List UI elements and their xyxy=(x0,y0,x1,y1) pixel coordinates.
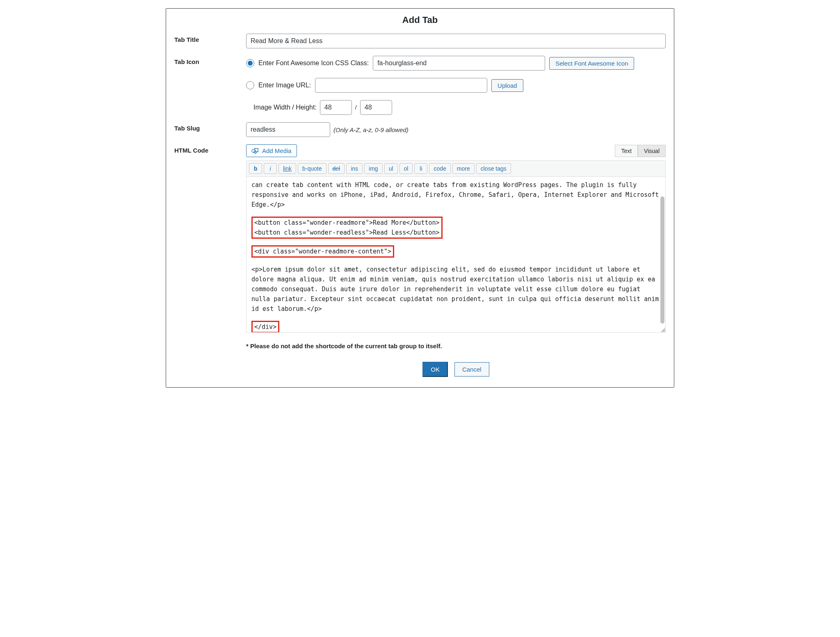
html-code-label: HTML Code xyxy=(174,144,246,154)
code-line: can create tab content with HTML code, o… xyxy=(251,180,660,210)
tab-slug-label: Tab Slug xyxy=(174,122,246,132)
editor-mode-tabs: Text Visual xyxy=(615,145,666,157)
editor-tab-visual[interactable]: Visual xyxy=(638,145,666,157)
toolbar-code-button[interactable]: code xyxy=(429,163,450,174)
tab-icon-row: Tab Icon Enter Font Awesome Icon CSS Cla… xyxy=(174,56,666,115)
cancel-button[interactable]: Cancel xyxy=(454,362,489,377)
toolbar-link-button[interactable]: link xyxy=(278,163,296,174)
icon-fa-option: Enter Font Awesome Icon CSS Class: Selec… xyxy=(246,56,666,71)
code-line: <button class="wonder-readless">Read Les… xyxy=(254,228,440,237)
resize-handle-icon[interactable] xyxy=(660,326,665,332)
tab-slug-hint: (Only A-Z, a-z, 0-9 allowed) xyxy=(333,126,409,133)
image-height-input[interactable] xyxy=(360,100,392,115)
dialog-button-row: OK Cancel xyxy=(246,362,666,377)
scrollbar-thumb[interactable] xyxy=(660,196,664,324)
icon-img-radio[interactable] xyxy=(246,81,254,89)
toolbar-del-button[interactable]: del xyxy=(328,163,345,174)
tab-slug-input[interactable] xyxy=(246,122,330,137)
image-url-input[interactable] xyxy=(315,78,487,93)
editor-tab-text[interactable]: Text xyxy=(615,145,638,157)
icon-fa-radio-label: Enter Font Awesome Icon CSS Class: xyxy=(258,59,369,67)
highlight-div-open: <div class="wonder-readmore-content"> xyxy=(251,245,394,258)
highlight-div-close: </div> xyxy=(251,321,279,333)
tab-title-label: Tab Title xyxy=(174,34,246,43)
tab-icon-label: Tab Icon xyxy=(174,56,246,65)
toolbar-ol-button[interactable]: ol xyxy=(399,163,413,174)
image-dimensions-row: Image Width / Height: / xyxy=(253,100,666,115)
html-code-row: HTML Code Add Media Text Visual xyxy=(174,144,666,377)
code-line: <button class="wonder-readmore">Read Mor… xyxy=(254,218,440,228)
add-media-label: Add Media xyxy=(262,147,292,154)
image-width-input[interactable] xyxy=(320,100,352,115)
dialog-title: Add Tab xyxy=(174,15,666,25)
upload-button[interactable]: Upload xyxy=(491,79,523,92)
code-line: </div> xyxy=(254,322,276,332)
toolbar-italic-button[interactable]: i xyxy=(264,163,277,174)
fa-class-input[interactable] xyxy=(373,56,545,71)
toolbar-more-button[interactable]: more xyxy=(452,163,475,174)
toolbar-bquote-button[interactable]: b-quote xyxy=(298,163,326,174)
toolbar-ins-button[interactable]: ins xyxy=(346,163,363,174)
shortcode-warning: * Please do not add the shortcode of the… xyxy=(246,342,666,349)
ok-button[interactable]: OK xyxy=(422,362,448,377)
image-dim-label: Image Width / Height: xyxy=(253,104,317,111)
toolbar-li-button[interactable]: li xyxy=(414,163,427,174)
toolbar-bold-button[interactable]: b xyxy=(249,163,262,174)
tab-title-row: Tab Title xyxy=(174,34,666,48)
editor-header: Add Media Text Visual xyxy=(246,144,666,157)
icon-img-radio-label: Enter Image URL: xyxy=(258,82,311,89)
toolbar-ul-button[interactable]: ul xyxy=(384,163,398,174)
toolbar-img-button[interactable]: img xyxy=(364,163,383,174)
select-fa-icon-button[interactable]: Select Font Awesome Icon xyxy=(549,57,634,70)
tab-slug-row: Tab Slug (Only A-Z, a-z, 0-9 allowed) xyxy=(174,122,666,137)
add-tab-dialog: Add Tab Tab Title Tab Icon Enter Font Aw… xyxy=(166,8,674,388)
add-media-button[interactable]: Add Media xyxy=(246,144,297,157)
editor-toolbar: b i link b-quote del ins img ul ol li co… xyxy=(246,160,666,177)
highlight-readmore-buttons: <button class="wonder-readmore">Read Mor… xyxy=(251,217,443,239)
icon-fa-radio[interactable] xyxy=(246,59,254,67)
html-code-editor[interactable]: can create tab content with HTML code, o… xyxy=(246,177,666,333)
code-line: <p>Lorem ipsum dolor sit amet, consectet… xyxy=(251,265,660,314)
code-line: <div class="wonder-readmore-content"> xyxy=(254,247,391,256)
media-icon xyxy=(251,148,259,154)
dim-separator: / xyxy=(355,104,357,111)
icon-img-option: Enter Image URL: Upload xyxy=(246,78,666,93)
toolbar-closetags-button[interactable]: close tags xyxy=(476,163,511,174)
tab-title-input[interactable] xyxy=(246,34,666,48)
